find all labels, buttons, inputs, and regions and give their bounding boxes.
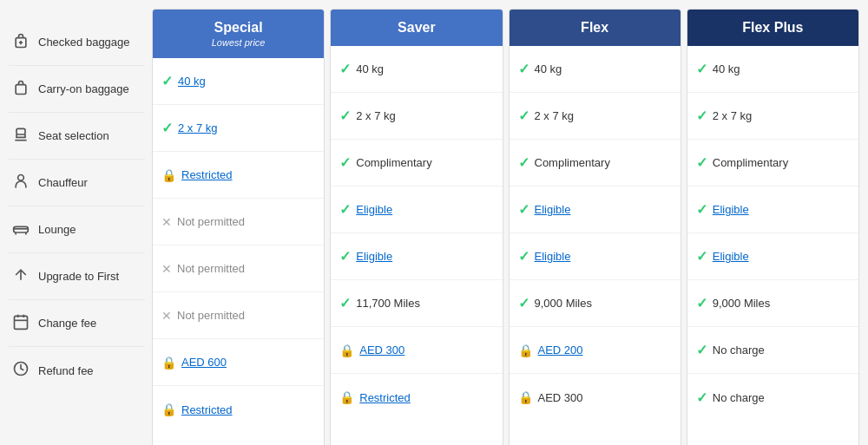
check-icon: ✓: [339, 295, 351, 311]
plan-cell-special-1: ✓2 x 7 kg: [153, 105, 324, 152]
plan-title-flex: Flex: [516, 20, 674, 36]
check-icon: ✓: [339, 248, 351, 265]
services-column: Checked baggage Carry-on baggage Seat se…: [9, 9, 152, 445]
cell-text-saver-4[interactable]: Eligible: [356, 250, 392, 263]
plan-rows-saver: ✓40 kg✓2 x 7 kg✓Complimentary✓Eligible✓E…: [331, 46, 502, 433]
cell-text-saver-1: 2 x 7 kg: [356, 109, 396, 122]
lounge-label: Lounge: [38, 223, 76, 236]
cell-text-special-3: Not permitted: [177, 215, 245, 228]
svg-rect-6: [14, 226, 29, 232]
plan-footer-flex-plus: AED 3,870 Select: [687, 433, 858, 445]
svg-rect-3: [16, 84, 26, 94]
cell-text-saver-7[interactable]: Restricted: [359, 391, 411, 404]
plan-cell-flex-plus-4: ✓Eligible: [687, 233, 858, 280]
plan-cell-saver-2: ✓Complimentary: [331, 140, 502, 187]
change-fee-icon: [9, 313, 33, 334]
check-icon: ✓: [518, 61, 529, 77]
service-row-seat-selection: Seat selection: [9, 113, 145, 160]
plan-title-special: Special: [160, 20, 317, 36]
checked-baggage-icon: [9, 32, 33, 53]
check-icon: ✓: [518, 154, 529, 171]
service-row-lounge: Lounge: [9, 206, 145, 253]
cell-text-flex-5: 9,000 Miles: [535, 297, 592, 310]
plan-footer-flex: AED 3,370 Select: [510, 433, 681, 445]
cell-text-special-4: Not permitted: [177, 262, 245, 275]
cell-text-special-2[interactable]: Restricted: [181, 168, 233, 181]
cell-text-flex-plus-3[interactable]: Eligible: [713, 203, 749, 216]
check-icon: ✓: [339, 201, 351, 218]
checked-baggage-label: Checked baggage: [38, 36, 130, 49]
check-icon: ✓: [696, 342, 707, 358]
cell-text-special-1[interactable]: 2 x 7 kg: [178, 121, 218, 134]
service-rows: Checked baggage Carry-on baggage Seat se…: [9, 19, 145, 394]
plan-cell-flex-0: ✓40 kg: [510, 46, 681, 93]
check-icon: ✓: [696, 295, 707, 311]
plan-footer-special: AED 2,490 Select: [153, 433, 324, 445]
carryon-baggage-icon: [9, 79, 33, 100]
check-icon: ✓: [696, 248, 707, 265]
cell-text-flex-plus-2: Complimentary: [713, 156, 788, 169]
pricing-table: Checked baggage Carry-on baggage Seat se…: [9, 9, 859, 445]
cell-text-saver-3[interactable]: Eligible: [356, 203, 392, 216]
plan-cell-flex-plus-3: ✓Eligible: [687, 187, 858, 233]
x-icon: ✕: [161, 262, 172, 276]
check-icon: ✓: [518, 201, 529, 218]
plan-cell-flex-6: 🔒AED 200: [510, 327, 681, 374]
service-row-carryon-baggage: Carry-on baggage: [9, 66, 145, 113]
cell-text-flex-3[interactable]: Eligible: [535, 203, 571, 216]
plan-cell-flex-5: ✓9,000 Miles: [510, 280, 681, 327]
cell-text-flex-6[interactable]: AED 200: [538, 344, 583, 357]
cell-text-flex-0: 40 kg: [535, 62, 562, 75]
plan-rows-special: ✓40 kg✓2 x 7 kg🔒Restricted✕Not permitted…: [153, 58, 324, 433]
service-row-chauffeur: Chauffeur: [9, 160, 145, 206]
service-row-change-fee: Change fee: [9, 300, 145, 347]
lock-icon: 🔒: [518, 390, 533, 404]
plan-header-saver: Saver: [331, 10, 502, 46]
check-icon: ✓: [696, 154, 707, 171]
plan-cell-flex-4: ✓Eligible: [510, 233, 681, 280]
refund-fee-label: Refund fee: [38, 364, 94, 377]
chauffeur-icon: [9, 173, 33, 193]
cell-text-flex-4[interactable]: Eligible: [535, 250, 571, 263]
lock-icon: 🔒: [161, 402, 176, 416]
cell-text-flex-plus-1: 2 x 7 kg: [713, 109, 753, 122]
cell-text-special-6[interactable]: AED 600: [181, 356, 227, 369]
plan-cell-special-2: 🔒Restricted: [153, 152, 324, 199]
plan-footer-saver: AED 2,870 Select: [331, 433, 502, 445]
plan-cell-flex-plus-6: ✓No charge: [687, 327, 858, 374]
plan-cell-saver-5: ✓11,700 Miles: [331, 280, 502, 327]
cell-text-flex-plus-5: 9,000 Miles: [713, 297, 770, 310]
plan-cell-saver-6: 🔒AED 300: [331, 327, 502, 374]
refund-fee-icon: [9, 360, 33, 381]
cell-text-saver-6[interactable]: AED 300: [359, 344, 404, 357]
plan-cell-special-3: ✕Not permitted: [153, 199, 324, 245]
plan-cell-saver-3: ✓Eligible: [331, 187, 502, 233]
cell-text-flex-2: Complimentary: [535, 156, 610, 169]
carryon-baggage-label: Carry-on baggage: [38, 82, 129, 95]
check-icon: ✓: [518, 295, 529, 311]
plan-title-saver: Saver: [338, 20, 495, 36]
check-icon: ✓: [339, 108, 351, 124]
plan-col-flex-plus: Flex Plus ✓40 kg✓2 x 7 kg✓Complimentary✓…: [687, 9, 859, 445]
upgrade-first-icon: [9, 266, 33, 287]
cell-text-flex-plus-4[interactable]: Eligible: [713, 250, 749, 263]
plan-cell-flex-plus-7: ✓No charge: [687, 374, 858, 421]
lounge-icon: [9, 219, 33, 240]
cell-text-flex-plus-7: No charge: [713, 391, 765, 404]
chauffeur-label: Chauffeur: [38, 176, 88, 189]
lock-icon: 🔒: [161, 356, 176, 370]
check-icon: ✓: [161, 120, 173, 136]
cell-text-special-7[interactable]: Restricted: [181, 403, 233, 416]
cell-text-saver-5: 11,700 Miles: [356, 297, 420, 310]
seat-selection-label: Seat selection: [38, 129, 109, 142]
check-icon: ✓: [696, 201, 707, 218]
plan-cell-special-0: ✓40 kg: [153, 58, 324, 105]
check-icon: ✓: [696, 61, 707, 77]
x-icon: ✕: [161, 309, 172, 323]
service-row-checked-baggage: Checked baggage: [9, 19, 145, 66]
plan-cell-saver-7: 🔒Restricted: [331, 374, 502, 421]
svg-rect-4: [16, 128, 25, 134]
seat-selection-icon: [9, 126, 33, 147]
cell-text-special-0[interactable]: 40 kg: [178, 75, 206, 88]
cell-text-flex-plus-0: 40 kg: [713, 62, 740, 75]
